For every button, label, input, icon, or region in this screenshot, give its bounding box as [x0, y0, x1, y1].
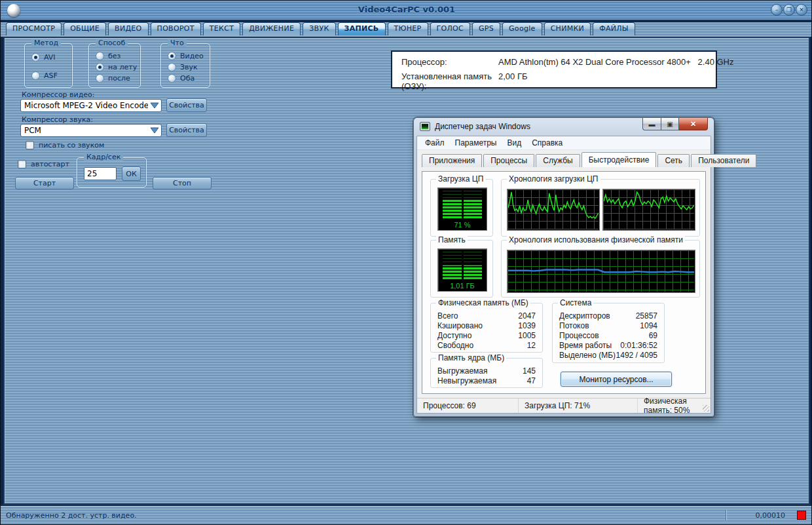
radio-asf[interactable]: ASF: [31, 71, 58, 80]
stat-row: Процессов69: [559, 331, 657, 341]
stat-row: Выгружаемая145: [437, 366, 536, 376]
menu-file[interactable]: Файл: [420, 137, 450, 149]
radio-avi[interactable]: AVI: [31, 53, 58, 62]
tm-maximize-icon[interactable]: ▣: [661, 118, 679, 130]
radio-zvuk[interactable]: Звук: [168, 63, 204, 71]
tm-tab-network[interactable]: Сеть: [657, 154, 690, 167]
radio-naletu-label: на лету: [108, 63, 137, 71]
task-manager-body: Файл Параметры Вид Справка Приложения Пр…: [416, 136, 711, 414]
tm-tab-processes[interactable]: Процессы: [483, 154, 534, 167]
chevron-down-icon: [148, 125, 161, 136]
kernel-memory-label: Память ядра (МБ): [436, 353, 506, 362]
memory-history-graph: [507, 250, 695, 293]
radio-oba-label: Оба: [180, 74, 194, 83]
autostart-checkbox[interactable]: автостарт: [18, 160, 69, 168]
what-groupbox: Что Видео Звук Оба: [160, 43, 210, 88]
tab-prosmotr[interactable]: ПРОСМОТР: [6, 22, 62, 35]
tm-tab-performance[interactable]: Быстродействие: [581, 152, 657, 167]
tm-tab-users[interactable]: Пользователи: [691, 154, 756, 167]
radio-oba[interactable]: Оба: [168, 74, 204, 83]
tab-obschie[interactable]: ОБЩИЕ: [64, 22, 106, 35]
radio-video[interactable]: Видео: [168, 52, 204, 60]
physical-memory-groupbox: Физическая память (МБ) Всего2047 Кэширов…: [430, 303, 543, 353]
fps-group-label: Кадр/сек: [84, 153, 123, 161]
memory-meter: 1,01 ГБ: [437, 248, 487, 292]
cpu-history-groupbox: Хронология загрузки ЦП: [501, 179, 700, 237]
chevron-down-icon: [148, 100, 161, 111]
close-icon[interactable]: ✕: [796, 4, 807, 16]
cpu-info-value: AMD Athlon(tm) 64 X2 Dual Core Processor…: [498, 57, 733, 67]
stat-row: Выделено (МБ)1492 / 4095: [559, 351, 657, 360]
radio-naletu-icon: [96, 63, 104, 71]
ram-info-value: 2,00 ГБ: [498, 71, 527, 91]
cpu-history-graph-core2: [602, 189, 695, 231]
stat-row: Кэшировано1039: [437, 321, 536, 331]
record-indicator: [797, 511, 806, 520]
radio-bez-icon: [96, 52, 104, 60]
video-compressor-label: Компрессор видео:: [22, 90, 95, 99]
tab-golos[interactable]: ГОЛОС: [430, 22, 470, 35]
radio-asf-icon: [31, 71, 40, 80]
tab-snimki[interactable]: СНИМКИ: [544, 22, 591, 35]
memory-meter-label: Память: [436, 235, 468, 244]
tab-zvuk[interactable]: ЗВУК: [303, 22, 335, 35]
cpu-usage-groupbox: Загрузка ЦП 71 %: [430, 179, 493, 237]
video-properties-button[interactable]: Свойства: [166, 98, 207, 112]
menu-help[interactable]: Справка: [526, 137, 568, 149]
audio-compressor-select[interactable]: PCM: [20, 124, 162, 137]
physical-memory-label: Физическая память (МБ): [436, 298, 530, 307]
resource-monitor-button[interactable]: Монитор ресурсов...: [561, 372, 672, 387]
tab-video[interactable]: ВИДЕО: [108, 22, 148, 35]
autostart-checkbox-icon: [18, 160, 26, 168]
task-manager-titlebar[interactable]: Диспетчер задач Windows ▬ ▣ ✕: [414, 118, 714, 136]
cpu-usage-meter: 71 %: [437, 187, 487, 231]
stat-row: Доступно1005: [437, 331, 536, 341]
radio-bez[interactable]: без: [96, 52, 137, 60]
tm-tab-services[interactable]: Службы: [536, 154, 580, 167]
menu-view[interactable]: Вид: [502, 137, 526, 149]
stop-button[interactable]: Стоп: [153, 177, 212, 189]
fps-input[interactable]: [84, 167, 117, 180]
radio-posle[interactable]: после: [96, 74, 137, 83]
audio-properties-button[interactable]: Свойства: [166, 123, 207, 137]
radio-zvuk-icon: [168, 63, 176, 71]
maximize-icon[interactable]: ❐: [783, 4, 795, 16]
video-compressor-select[interactable]: Microsoft MPEG-2 Video Encoder: [20, 99, 162, 112]
tm-minimize-icon[interactable]: ▬: [642, 118, 661, 130]
ram-info-label: Установленная память (ОЗУ):: [401, 71, 498, 91]
write-sound-label: писать со звуком: [39, 141, 104, 149]
tab-dvizhenie[interactable]: ДВИЖЕНИЕ: [242, 22, 301, 35]
fps-groupbox: Кадр/сек ОК: [77, 157, 147, 187]
stat-row: Время работы0:01:36:52: [559, 341, 657, 351]
tm-tab-applications[interactable]: Приложения: [422, 154, 482, 167]
status-value: 0,00010: [733, 511, 785, 520]
tm-status-processes: Процессов: 69: [417, 399, 519, 413]
minimize-icon[interactable]: –: [771, 4, 783, 16]
memory-meter-value: 1,01 ГБ: [438, 282, 487, 290]
start-button[interactable]: Старт: [15, 177, 74, 189]
tab-povorot[interactable]: ПОВОРОТ: [151, 22, 201, 35]
fps-ok-button[interactable]: ОК: [122, 166, 141, 181]
system-info-panel: Процессор: AMD Athlon(tm) 64 X2 Dual Cor…: [391, 50, 717, 88]
audio-compressor-label: Компрессор звука:: [22, 115, 93, 124]
tm-close-icon[interactable]: ✕: [679, 118, 708, 130]
radio-zvuk-label: Звук: [180, 63, 198, 71]
tab-google[interactable]: Google: [502, 22, 542, 35]
app-window: Video4CarPC v0.001 – ❐ ✕ ПРОСМОТР ОБЩИЕ …: [0, 0, 812, 525]
tab-gps[interactable]: GPS: [472, 22, 500, 35]
tab-tyuner[interactable]: ТЮНЕР: [388, 22, 428, 35]
tab-zapis[interactable]: ЗАПИСЬ: [338, 22, 386, 35]
app-title: Video4CarPC v0.001: [1, 5, 812, 14]
tab-faily[interactable]: ФАЙЛЫ: [593, 22, 635, 35]
task-manager-title: Диспетчер задач Windows: [435, 122, 530, 131]
radio-posle-label: после: [108, 74, 130, 83]
tab-tekst[interactable]: ТЕКСТ: [203, 22, 240, 35]
radio-naletu[interactable]: на лету: [96, 63, 137, 71]
resize-grip[interactable]: [703, 405, 709, 412]
status-message: Обнаруженно 2 дост. устр. видео.: [1, 511, 726, 520]
menu-options[interactable]: Параметры: [450, 137, 502, 149]
system-groupbox: Система Дескрипторов25857 Потоков1094 Пр…: [552, 303, 665, 363]
memory-meter-groupbox: Память 1,01 ГБ: [430, 240, 493, 298]
cpu-info-label: Процессор:: [401, 57, 498, 67]
write-sound-checkbox[interactable]: писать со звуком: [26, 141, 104, 149]
